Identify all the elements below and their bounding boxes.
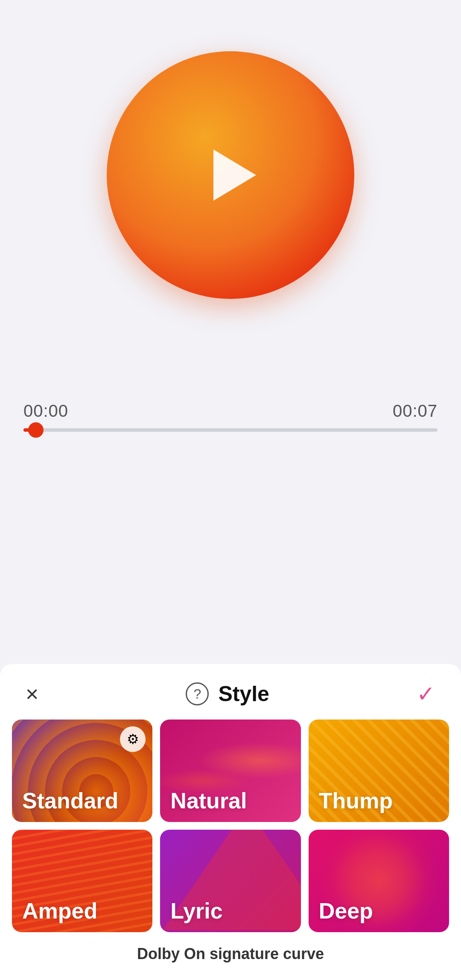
bottom-sheet: × ? Style ✓ ⚙ Standard Natural Thump Amp… — [0, 664, 461, 980]
style-card-natural[interactable]: Natural — [160, 720, 301, 822]
time-row: 00:00 00:07 — [23, 401, 438, 421]
help-button[interactable]: ? — [186, 682, 209, 705]
style-card-thump[interactable]: Thump — [309, 720, 449, 822]
progress-thumb[interactable] — [28, 422, 44, 438]
close-button[interactable]: × — [26, 683, 38, 705]
style-card-deep[interactable]: Deep — [309, 830, 449, 932]
progress-area: 00:00 00:07 — [0, 376, 461, 432]
player-area — [0, 0, 461, 299]
style-card-lyric[interactable]: Lyric — [160, 830, 301, 932]
total-time: 00:07 — [393, 401, 438, 421]
toolbar-title: Style — [218, 682, 269, 706]
style-label-natural: Natural — [170, 788, 247, 813]
style-label-lyric: Lyric — [170, 898, 222, 924]
toolbar-center: ? Style — [186, 682, 269, 706]
style-label-deep: Deep — [319, 898, 373, 924]
help-label: ? — [194, 686, 201, 702]
play-button[interactable] — [107, 51, 354, 299]
style-label-standard: Standard — [22, 788, 118, 813]
style-card-amped[interactable]: Amped — [12, 830, 152, 932]
toolbar: × ? Style ✓ — [0, 664, 461, 715]
current-time: 00:00 — [23, 401, 68, 421]
style-card-standard[interactable]: ⚙ Standard — [12, 720, 152, 822]
footer-label: Dolby On signature curve — [0, 945, 461, 963]
progress-track[interactable] — [23, 428, 438, 432]
confirm-button[interactable]: ✓ — [417, 681, 435, 707]
style-label-thump: Thump — [319, 788, 393, 813]
style-grid: ⚙ Standard Natural Thump Amped Lyric Dee… — [0, 715, 461, 936]
play-icon — [213, 149, 256, 201]
style-label-amped: Amped — [22, 898, 97, 924]
settings-badge[interactable]: ⚙ — [120, 726, 146, 752]
